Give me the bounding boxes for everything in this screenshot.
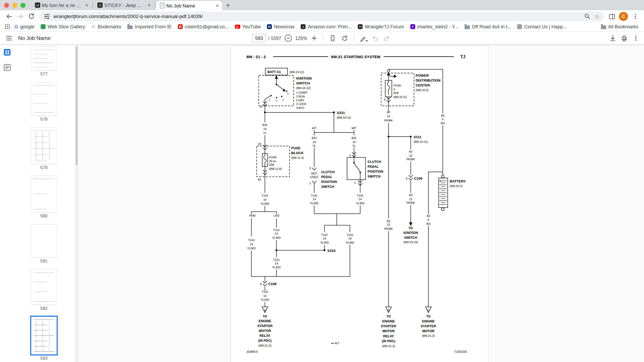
pdf-action-buttons [608,32,641,44]
thumbnails-view-button[interactable] [3,48,11,56]
rotate-button[interactable] [340,33,350,43]
tab-close-icon[interactable]: × [147,2,151,8]
undo-button[interactable] [370,33,380,43]
reload-icon [27,13,35,20]
bookmark-label: Newsmax [274,24,294,29]
diagram-label: 14 [263,127,266,130]
diagram-label: (8W-11-9) [269,167,282,170]
diagram-label: A41 [351,137,357,140]
outline-view-button[interactable] [3,63,11,72]
diagram-label: (8W-10-11) [337,116,351,119]
reload-button[interactable] [26,11,37,22]
page-thumbnail[interactable] [31,224,57,257]
tab-3-active[interactable]: No Job Name × [156,1,222,10]
bookmark-item[interactable]: NNewsmax [264,23,298,30]
browser-menu-button[interactable] [630,11,641,22]
diagram-label: PK/BK [406,158,415,161]
profile-avatar[interactable]: C [619,12,628,21]
tab-separator [92,3,93,7]
minimize-window-button[interactable] [12,3,17,7]
page-thumbnail[interactable] [31,317,57,355]
bookmark-item[interactable]: Mcstein51@gmail.co... [175,23,232,30]
side-panel-button[interactable] [606,11,617,22]
diagram-label: 40 [258,178,261,181]
diagram-label: PK/BK [406,201,415,204]
bookmark-item[interactable]: Contact Us | Happ... [514,23,570,30]
diagram-label: MOTOR [422,329,434,333]
close-window-button[interactable] [4,3,9,7]
bookmark-item[interactable]: ▶YouTube [232,23,264,30]
tab-2[interactable]: TJ STICKY - Jeep Wrangler TJ F × [94,0,154,10]
diagram-wires [251,57,454,313]
scrollbar-thumb[interactable] [75,46,78,165]
more-options-button[interactable] [631,33,641,43]
bookmark-item[interactable]: Ggoogle [12,23,37,30]
diagram-label: 6 [442,118,444,121]
sidebar-view-rail [3,48,11,72]
bookmark-item[interactable]: Web Slice Gallery [38,23,88,30]
new-tab-button[interactable]: + [223,0,233,10]
page-thumbnail[interactable] [31,47,57,70]
all-bookmarks-button[interactable]: All Bookmarks [598,23,641,30]
annotate-button[interactable] [358,33,368,43]
diagram-label: A2 [409,150,413,153]
tab-title: No Job Name [166,3,213,8]
zoom-indicator-icon[interactable] [584,13,591,20]
wiring-diagram-svg: 8W - 21 - 28W-21 STARTING SYSTEMTJPOWERD… [231,46,488,362]
fit-page-button[interactable] [328,33,338,43]
diagram-label: 14 [263,294,266,297]
bookmark-item[interactable]: ☆Bookmarks [88,23,124,30]
diagram-label: 6 [428,218,429,221]
zoom-in-icon [311,34,318,42]
diagram-label: YL [263,131,267,135]
diagram-label: (8W-21-3) [382,345,395,348]
bookmark-item[interactable]: Imported From IE [125,23,175,30]
page-thumbnail[interactable] [31,82,57,115]
diagram-label: TO [426,315,430,318]
back-icon [5,13,13,20]
bookmark-item[interactable]: Off Road 4x4 in t... [462,23,514,30]
zoom-out-button[interactable] [283,33,293,43]
diagram-label: 1 START [296,91,308,94]
page-thumbnail[interactable] [31,128,57,164]
sidebar-toggle-button[interactable] [4,33,14,43]
forward-button[interactable] [14,11,26,22]
redo-button[interactable] [382,33,392,43]
print-button[interactable] [619,33,629,43]
site-favicon [41,24,46,29]
page-thumbnail[interactable] [31,176,57,212]
diagram-label: (8W-21-3) [258,344,271,347]
fit-page-icon [329,34,336,42]
pdf-toolbar: No Job Name / 1597 125% [0,32,644,45]
sidebar-scrollbar[interactable] [75,44,78,362]
diagram-label: C106 [268,282,277,286]
diagram-label: S331 [337,111,345,115]
diagram-label: 6 [260,105,261,108]
back-button[interactable] [3,11,14,22]
page-number-input[interactable] [252,34,266,42]
bookmark-star-icon[interactable]: ☆ [595,13,600,20]
pdf-page-controls: / 1597 125% [252,32,392,44]
apps-button[interactable] [3,23,12,31]
site-settings-icon[interactable] [43,13,50,20]
url-bar[interactable]: wranglertjforum.com/attachments/2002-tj-… [39,11,604,21]
tab-close-icon[interactable]: × [84,2,89,8]
diagram-label: B [388,309,389,312]
bookmark-item[interactable]: Ycharles_stein2 - Y... [407,23,461,30]
download-button[interactable] [608,33,618,43]
zoom-window-button[interactable] [21,3,26,7]
bookmark-item[interactable]: TJWranglerTJ Forum [355,23,407,30]
page-thumbnail[interactable] [31,270,57,305]
diagram-label: POWER [416,74,429,77]
window-controls [4,3,26,7]
diagram-label: TJ202102 [454,350,467,353]
diagram-label: 14 [275,262,278,265]
tab-1[interactable]: TJ My turn for a no crank | Jeep × [31,0,91,10]
bookmark-item[interactable]: aAmazon.com: Prim... [298,23,355,30]
tab-close-icon[interactable]: × [215,3,220,9]
zoom-in-button[interactable] [309,33,319,43]
diagram-label: YL/RD [320,241,329,244]
diagram-label: T141 [248,239,255,242]
bookmark-label: Off Road 4x4 in t... [472,24,511,29]
tab-title: My turn for a no crank | Jeep [42,3,83,7]
